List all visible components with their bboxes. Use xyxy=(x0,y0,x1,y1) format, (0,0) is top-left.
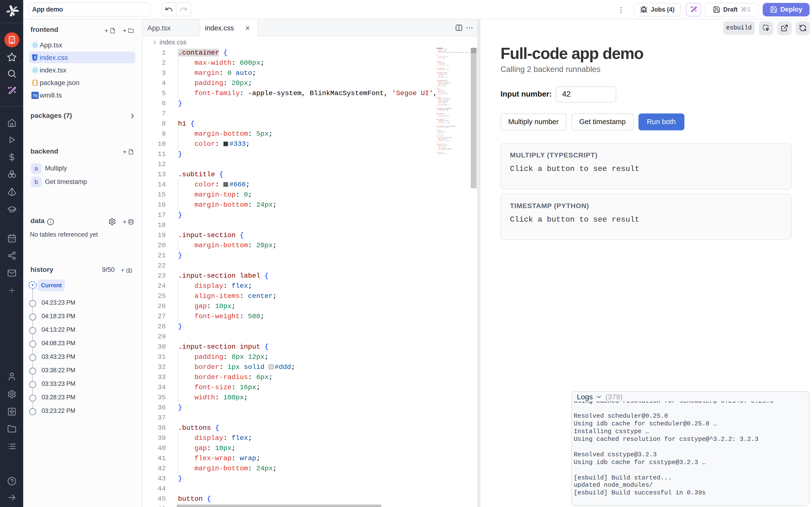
svg-text:3: 3 xyxy=(34,55,36,59)
svg-text:TS: TS xyxy=(33,94,37,97)
